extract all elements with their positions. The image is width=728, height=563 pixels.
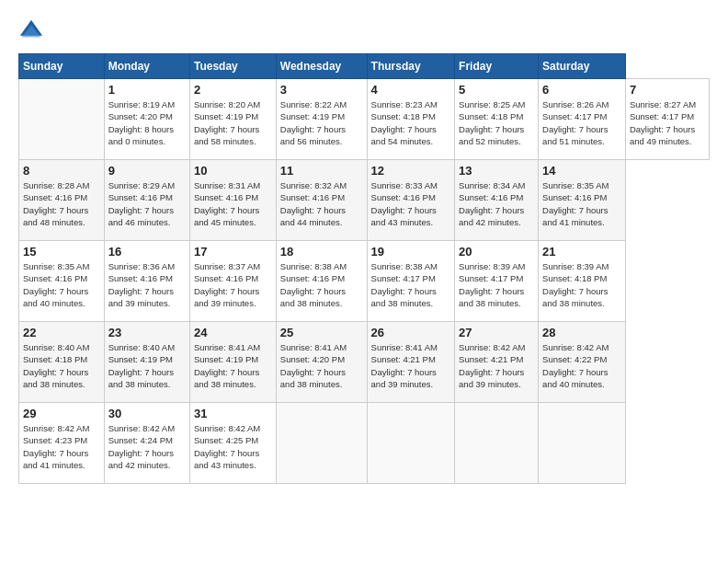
day-info: Sunrise: 8:39 AMSunset: 4:18 PMDaylight:… [542, 260, 621, 309]
day-cell: 15Sunrise: 8:35 AMSunset: 4:16 PMDayligh… [19, 241, 105, 322]
day-number: 17 [194, 245, 272, 259]
week-row-3: 22Sunrise: 8:40 AMSunset: 4:18 PMDayligh… [19, 322, 710, 403]
day-cell: 2Sunrise: 8:20 AMSunset: 4:19 PMDaylight… [189, 79, 276, 160]
day-info: Sunrise: 8:42 AMSunset: 4:22 PMDaylight:… [542, 341, 621, 390]
day-info: Sunrise: 8:40 AMSunset: 4:18 PMDaylight:… [23, 341, 100, 390]
day-number: 12 [371, 164, 451, 178]
day-cell: 14Sunrise: 8:35 AMSunset: 4:16 PMDayligh… [539, 160, 626, 241]
weekday-header-friday: Friday [455, 54, 539, 79]
day-cell: 22Sunrise: 8:40 AMSunset: 4:18 PMDayligh… [19, 322, 105, 403]
day-info: Sunrise: 8:37 AMSunset: 4:16 PMDaylight:… [194, 260, 272, 309]
day-cell: 28Sunrise: 8:42 AMSunset: 4:22 PMDayligh… [539, 322, 626, 403]
day-number: 28 [542, 326, 621, 339]
day-info: Sunrise: 8:41 AMSunset: 4:19 PMDaylight:… [194, 341, 272, 390]
day-cell: 1Sunrise: 8:19 AMSunset: 4:20 PMDaylight… [104, 79, 189, 160]
day-cell: 4Sunrise: 8:23 AMSunset: 4:18 PMDaylight… [367, 79, 455, 160]
day-number: 9 [108, 164, 186, 178]
day-info: Sunrise: 8:27 AMSunset: 4:17 PMDaylight:… [630, 98, 705, 147]
day-number: 27 [459, 326, 534, 339]
day-number: 25 [280, 326, 363, 339]
day-info: Sunrise: 8:42 AMSunset: 4:23 PMDaylight:… [23, 422, 100, 471]
day-info: Sunrise: 8:35 AMSunset: 4:16 PMDaylight:… [23, 260, 100, 309]
day-cell: 16Sunrise: 8:36 AMSunset: 4:16 PMDayligh… [104, 241, 189, 322]
day-cell: 21Sunrise: 8:39 AMSunset: 4:18 PMDayligh… [539, 241, 626, 322]
day-info: Sunrise: 8:42 AMSunset: 4:24 PMDaylight:… [108, 422, 186, 471]
day-info: Sunrise: 8:34 AMSunset: 4:16 PMDaylight:… [459, 179, 534, 228]
day-number: 18 [280, 245, 363, 259]
day-number: 21 [542, 245, 621, 259]
day-number: 13 [459, 164, 534, 178]
day-number: 30 [108, 407, 186, 420]
day-number: 7 [630, 83, 705, 97]
day-info: Sunrise: 8:19 AMSunset: 4:20 PMDaylight:… [108, 98, 186, 147]
day-cell [455, 403, 539, 484]
weekday-header-monday: Monday [104, 54, 189, 79]
day-number: 24 [194, 326, 272, 339]
weekday-header-tuesday: Tuesday [189, 54, 276, 79]
week-row-1: 8Sunrise: 8:28 AMSunset: 4:16 PMDaylight… [19, 160, 710, 241]
day-info: Sunrise: 8:23 AMSunset: 4:18 PMDaylight:… [371, 98, 451, 147]
weekday-header-saturday: Saturday [539, 54, 626, 79]
day-cell: 13Sunrise: 8:34 AMSunset: 4:16 PMDayligh… [455, 160, 539, 241]
day-info: Sunrise: 8:41 AMSunset: 4:21 PMDaylight:… [371, 341, 451, 390]
day-number: 23 [108, 326, 186, 339]
day-cell: 12Sunrise: 8:33 AMSunset: 4:16 PMDayligh… [367, 160, 455, 241]
day-info: Sunrise: 8:36 AMSunset: 4:16 PMDaylight:… [108, 260, 186, 309]
day-cell: 3Sunrise: 8:22 AMSunset: 4:19 PMDaylight… [276, 79, 367, 160]
day-info: Sunrise: 8:38 AMSunset: 4:16 PMDaylight:… [280, 260, 363, 309]
day-info: Sunrise: 8:38 AMSunset: 4:17 PMDaylight:… [371, 260, 451, 309]
day-cell: 8Sunrise: 8:28 AMSunset: 4:16 PMDaylight… [19, 160, 105, 241]
day-number: 14 [542, 164, 621, 178]
day-info: Sunrise: 8:32 AMSunset: 4:16 PMDaylight:… [280, 179, 363, 228]
day-number: 19 [371, 245, 451, 259]
weekday-header-sunday: Sunday [19, 54, 105, 79]
day-cell: 23Sunrise: 8:40 AMSunset: 4:19 PMDayligh… [104, 322, 189, 403]
day-info: Sunrise: 8:33 AMSunset: 4:16 PMDaylight:… [371, 179, 451, 228]
day-info: Sunrise: 8:20 AMSunset: 4:19 PMDaylight:… [194, 98, 272, 147]
day-info: Sunrise: 8:39 AMSunset: 4:17 PMDaylight:… [459, 260, 534, 309]
day-cell: 10Sunrise: 8:31 AMSunset: 4:16 PMDayligh… [189, 160, 276, 241]
week-row-0: 1Sunrise: 8:19 AMSunset: 4:20 PMDaylight… [19, 79, 710, 160]
day-cell: 17Sunrise: 8:37 AMSunset: 4:16 PMDayligh… [189, 241, 276, 322]
weekday-header-wednesday: Wednesday [276, 54, 367, 79]
day-cell: 20Sunrise: 8:39 AMSunset: 4:17 PMDayligh… [455, 241, 539, 322]
day-number: 22 [23, 326, 100, 339]
day-cell: 6Sunrise: 8:26 AMSunset: 4:17 PMDaylight… [539, 79, 626, 160]
day-cell: 19Sunrise: 8:38 AMSunset: 4:17 PMDayligh… [367, 241, 455, 322]
day-cell: 26Sunrise: 8:41 AMSunset: 4:21 PMDayligh… [367, 322, 455, 403]
day-number: 5 [459, 83, 534, 97]
weekday-header-thursday: Thursday [367, 54, 455, 79]
day-cell [367, 403, 455, 484]
day-info: Sunrise: 8:22 AMSunset: 4:19 PMDaylight:… [280, 98, 363, 147]
day-info: Sunrise: 8:35 AMSunset: 4:16 PMDaylight:… [542, 179, 621, 228]
day-info: Sunrise: 8:42 AMSunset: 4:25 PMDaylight:… [194, 422, 272, 471]
day-info: Sunrise: 8:41 AMSunset: 4:20 PMDaylight:… [280, 341, 363, 390]
logo [18, 18, 48, 44]
day-cell: 27Sunrise: 8:42 AMSunset: 4:21 PMDayligh… [455, 322, 539, 403]
day-info: Sunrise: 8:29 AMSunset: 4:16 PMDaylight:… [108, 179, 186, 228]
day-cell [276, 403, 367, 484]
day-cell: 31Sunrise: 8:42 AMSunset: 4:25 PMDayligh… [189, 403, 276, 484]
day-info: Sunrise: 8:31 AMSunset: 4:16 PMDaylight:… [194, 179, 272, 228]
day-cell [19, 79, 105, 160]
day-number: 6 [542, 83, 621, 97]
day-info: Sunrise: 8:42 AMSunset: 4:21 PMDaylight:… [459, 341, 534, 390]
day-info: Sunrise: 8:28 AMSunset: 4:16 PMDaylight:… [23, 179, 100, 228]
calendar: SundayMondayTuesdayWednesdayThursdayFrid… [18, 53, 710, 484]
week-row-4: 29Sunrise: 8:42 AMSunset: 4:23 PMDayligh… [19, 403, 710, 484]
day-number: 1 [108, 83, 186, 97]
day-number: 4 [371, 83, 451, 97]
day-number: 29 [23, 407, 100, 420]
day-cell: 25Sunrise: 8:41 AMSunset: 4:20 PMDayligh… [276, 322, 367, 403]
day-cell: 11Sunrise: 8:32 AMSunset: 4:16 PMDayligh… [276, 160, 367, 241]
day-cell: 30Sunrise: 8:42 AMSunset: 4:24 PMDayligh… [104, 403, 189, 484]
week-row-2: 15Sunrise: 8:35 AMSunset: 4:16 PMDayligh… [19, 241, 710, 322]
day-info: Sunrise: 8:26 AMSunset: 4:17 PMDaylight:… [542, 98, 621, 147]
day-number: 20 [459, 245, 534, 259]
page: SundayMondayTuesdayWednesdayThursdayFrid… [0, 0, 728, 563]
day-cell: 24Sunrise: 8:41 AMSunset: 4:19 PMDayligh… [189, 322, 276, 403]
day-cell: 9Sunrise: 8:29 AMSunset: 4:16 PMDaylight… [104, 160, 189, 241]
header [18, 18, 710, 44]
day-number: 31 [194, 407, 272, 420]
day-number: 26 [371, 326, 451, 339]
